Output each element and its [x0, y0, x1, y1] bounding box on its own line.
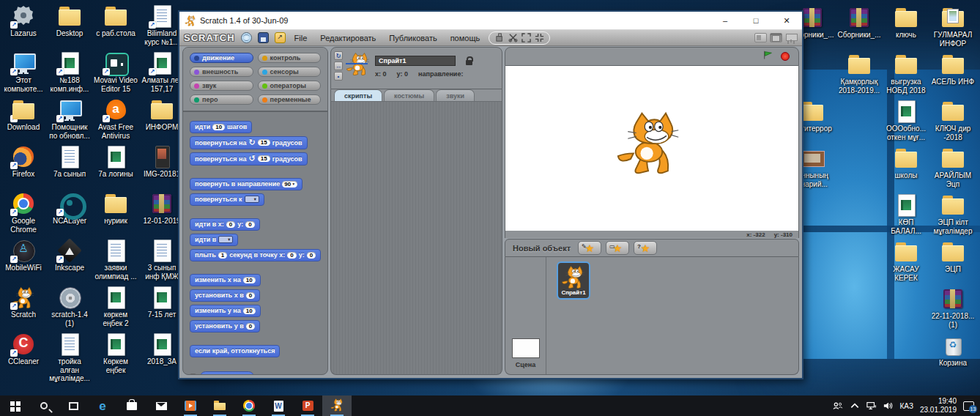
palette-block[interactable]: положение x [200, 371, 254, 375]
category-button[interactable]: сенсоры [258, 67, 322, 77]
desktop-icon[interactable]: ↗MobileWiFi [1, 239, 45, 272]
taskbar-explorer-icon[interactable] [205, 395, 234, 416]
open-sprite-button[interactable]: ▭★ [606, 241, 629, 255]
rotate-style-full-button[interactable]: ↻ [334, 51, 343, 60]
taskbar-start-icon[interactable] [0, 395, 29, 416]
cat-sprite[interactable] [615, 108, 683, 176]
palette-block[interactable]: плыть1секунд в точку x:0y:0 [190, 249, 321, 261]
duplicate-tool-icon[interactable] [494, 33, 505, 43]
desktop-icon[interactable]: 7а логины [94, 145, 138, 179]
desktop-icon[interactable]: ↗Firefox [1, 145, 45, 179]
tab-звуки[interactable]: звуки [436, 89, 475, 101]
surprise-sprite-button[interactable]: ?★ [634, 241, 657, 255]
desktop-icon[interactable]: ключь [884, 6, 928, 40]
palette-block[interactable]: установить y в0 [190, 320, 260, 333]
desktop-icon[interactable]: ↗Google Chrome [1, 192, 45, 234]
palette-block[interactable]: повернуться к▼ [190, 193, 264, 206]
tab-костюмы[interactable]: костюмы [384, 89, 434, 101]
small-stage-view-button[interactable] [754, 33, 767, 42]
clock[interactable]: 19:40 23.01.2019 [920, 397, 957, 415]
desktop-icon[interactable]: C↗CCleaner [1, 333, 45, 366]
palette-block[interactable]: если край, оттолкнуться [190, 345, 280, 357]
sprite-tile-selected[interactable]: Спрайт1 [557, 261, 590, 300]
desktop-icon[interactable]: АРАЙЛЫМ Эцп [931, 146, 975, 188]
desktop-icon[interactable]: көркем еңбек 2 [94, 286, 138, 327]
desktop-icon[interactable]: 22-11-2018... (1) [931, 287, 975, 329]
category-button[interactable]: внешность [190, 67, 253, 77]
desktop-icon[interactable]: ЖАСАУ КЕРЕК [884, 240, 928, 282]
menu-публиковать[interactable]: Публиковать [386, 32, 439, 44]
desktop-icon[interactable]: Desktop [48, 4, 92, 38]
delete-scissors-icon[interactable] [507, 33, 519, 43]
notification-center-icon[interactable]: 13 [963, 401, 974, 411]
desktop-icon[interactable]: 3 сынып инф ҚМЖ [140, 239, 184, 281]
category-button[interactable]: операторы [258, 81, 322, 91]
palette-block[interactable]: повернуться на↺15градусов [190, 152, 308, 166]
lock-icon[interactable] [466, 55, 472, 68]
volume-icon[interactable] [883, 401, 894, 410]
palette-block[interactable]: установить x в0 [190, 289, 260, 302]
rotate-style-none-button[interactable]: • [334, 72, 343, 81]
share-icon[interactable] [275, 32, 286, 43]
taskbar-mail-icon[interactable] [146, 395, 176, 416]
desktop-icon[interactable]: ↗Алматы лет 157,17 [140, 51, 184, 93]
tab-скрипты[interactable]: скрипты [334, 89, 382, 101]
category-button[interactable]: движение [190, 53, 253, 63]
palette-block[interactable]: изменить y на10 [190, 305, 261, 317]
desktop-icon[interactable]: КӨП БАЛАЛ... [884, 193, 928, 235]
category-button[interactable]: перо [190, 94, 253, 105]
network-icon[interactable] [866, 401, 877, 410]
menu-помощь[interactable]: помощь [448, 32, 483, 44]
desktop-icon[interactable]: АСЕЛЬ ИНФ [931, 53, 975, 86]
palette-block[interactable]: изменить x на10 [190, 274, 261, 286]
green-flag-button[interactable] [762, 50, 773, 63]
palette-block[interactable]: идти10шагов [190, 121, 252, 133]
paint-new-sprite-button[interactable]: ✎★ [578, 241, 601, 255]
desktop-icon[interactable]: 7а сынып [48, 145, 92, 179]
minimize-button[interactable]: – [710, 12, 740, 29]
stage-thumbnail-cell[interactable]: Сцена [505, 257, 546, 374]
desktop-icon[interactable]: ИНФОРМ [140, 98, 184, 132]
taskbar-films-icon[interactable] [176, 395, 205, 416]
taskbar-scratch-icon[interactable] [322, 395, 352, 416]
palette-block[interactable]: повернуть в направление90▼ [190, 178, 302, 190]
taskbar-taskview-icon[interactable] [59, 395, 88, 416]
desktop-icon[interactable]: ОООобно... откен мұғ... [884, 100, 928, 141]
desktop-icon[interactable]: 7-15 лет [140, 286, 184, 319]
taskbar-chrome-icon[interactable] [234, 395, 264, 416]
desktop-icon[interactable]: ↗Помощник по обновл... [48, 98, 92, 140]
save-icon[interactable] [258, 32, 269, 43]
desktop-icon[interactable]: ↗Lazarus [1, 4, 45, 38]
desktop-icon[interactable]: scratch-1.4 (1) [48, 286, 92, 327]
close-button[interactable]: ✕ [771, 12, 802, 29]
presentation-mode-button[interactable] [785, 33, 798, 42]
category-button[interactable]: звук [190, 81, 253, 91]
scripts-area[interactable] [330, 101, 502, 375]
desktop-icon[interactable]: Қамқорлық 2018-2019... [837, 53, 881, 94]
desktop-icon[interactable]: a↗Avast Free Antivirus [94, 98, 138, 140]
shrink-sprite-icon[interactable] [533, 33, 545, 43]
desktop-icon[interactable]: IMG-20181 [140, 145, 184, 179]
desktop-icon[interactable]: ↗Scratch [1, 286, 45, 319]
desktop-icon[interactable]: ГУЛМАРАЛ ИНФОР [931, 6, 975, 48]
desktop-icon[interactable]: КЛЮЧ дир -2018 [931, 100, 975, 141]
desktop-icon[interactable]: Көркем еңбек [94, 333, 138, 374]
stage[interactable] [505, 66, 799, 231]
sprite-name-input[interactable] [375, 56, 456, 66]
desktop-icon[interactable]: ↗Movavi Video Editor 15 [94, 51, 138, 93]
category-button[interactable]: контроль [258, 53, 322, 63]
taskbar-store-icon[interactable] [117, 395, 146, 416]
desktop-icon[interactable]: 12-01-2019 [140, 192, 184, 226]
desktop-icon[interactable]: 2018_3А [140, 333, 184, 366]
category-button[interactable]: переменные [258, 94, 322, 105]
taskbar-word-icon[interactable]: W [264, 395, 293, 416]
desktop-icon[interactable]: ↗Inkscape [48, 239, 92, 272]
desktop-icon[interactable]: с раб.стола [94, 4, 138, 38]
desktop-icon[interactable]: ↗№188 комп.инф... [48, 51, 92, 93]
maximize-button[interactable]: □ [740, 12, 771, 29]
desktop-icon[interactable]: ↗Download [1, 98, 45, 132]
desktop-icon[interactable]: ЭЦП кілт мұғалімдер [931, 193, 975, 235]
stop-button[interactable] [781, 52, 790, 61]
desktop-icon[interactable]: Корзина [931, 334, 975, 368]
normal-stage-view-button[interactable] [770, 33, 782, 42]
